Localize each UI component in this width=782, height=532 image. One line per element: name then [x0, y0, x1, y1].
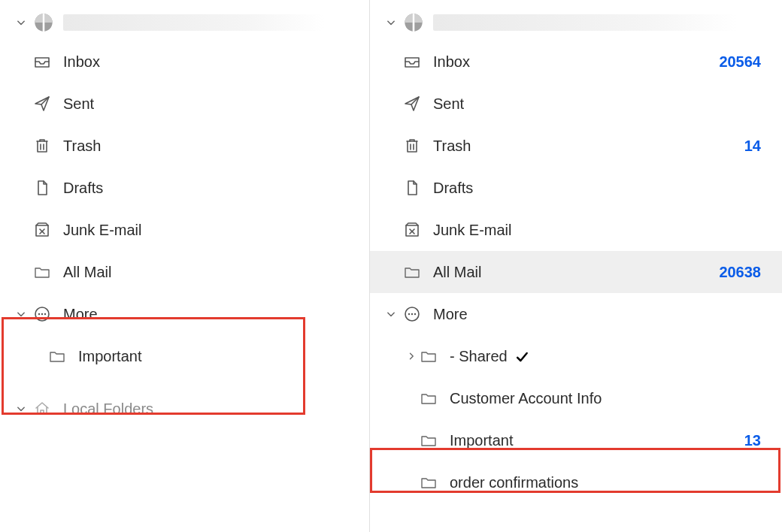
local-folders-header[interactable]: Local Folders — [0, 391, 369, 427]
folder-label: Trash — [433, 138, 744, 155]
folder-icon — [403, 263, 433, 281]
folder-shared[interactable]: - Shared — [370, 335, 782, 377]
folder-count: 14 — [744, 138, 782, 155]
folder-icon — [420, 431, 450, 449]
folder-order-confirmations[interactable]: order confirmations — [370, 461, 782, 503]
file-icon — [403, 179, 433, 197]
folder-label: Sent — [63, 95, 369, 113]
account-header[interactable] — [0, 5, 369, 41]
folder-label: - Shared — [450, 348, 782, 365]
folder-label: All Mail — [433, 264, 719, 281]
sent-icon — [403, 95, 433, 113]
folder-count: 20564 — [719, 53, 782, 71]
folder-icon — [33, 263, 63, 281]
check-icon — [514, 349, 529, 364]
trash-icon — [33, 137, 63, 155]
file-icon — [33, 179, 63, 197]
junk-icon — [403, 221, 433, 239]
folder-label: Customer Account Info — [450, 390, 782, 407]
chevron-right-icon[interactable] — [403, 349, 420, 363]
folder-allmail[interactable]: All Mail — [0, 251, 369, 293]
folder-label: Drafts — [63, 180, 369, 197]
folder-label: Inbox — [63, 53, 369, 71]
more-icon — [33, 305, 63, 323]
thunderbird-logo-icon — [33, 12, 63, 33]
folder-customer-account-info[interactable]: Customer Account Info — [370, 377, 782, 419]
chevron-down-icon[interactable] — [379, 15, 403, 30]
folder-icon — [420, 389, 450, 407]
folder-sent[interactable]: Sent — [0, 83, 369, 125]
folder-allmail[interactable]: All Mail 20638 — [370, 251, 782, 293]
chevron-down-icon[interactable] — [9, 15, 33, 30]
folder-label: All Mail — [63, 264, 369, 281]
folder-label: Drafts — [433, 180, 782, 197]
sent-icon — [33, 95, 63, 113]
trash-icon — [403, 137, 433, 155]
inbox-icon — [33, 53, 63, 71]
folder-icon — [420, 347, 450, 365]
folder-label: order confirmations — [450, 474, 782, 491]
more-icon — [403, 305, 433, 323]
chevron-down-icon[interactable] — [9, 307, 33, 322]
chevron-down-icon[interactable] — [379, 307, 403, 322]
folder-label: Important — [78, 348, 369, 365]
folder-important[interactable]: Important — [0, 335, 369, 377]
folder-label: Sent — [433, 95, 782, 113]
folder-drafts[interactable]: Drafts — [370, 167, 782, 209]
folder-label: Trash — [63, 138, 369, 155]
folder-tree-right: Inbox 20564 Sent Trash 14 Drafts Junk E-… — [370, 0, 782, 532]
folder-label: Important — [450, 432, 744, 449]
folder-more[interactable]: More — [0, 293, 369, 335]
inbox-icon — [403, 53, 433, 71]
account-name-redacted — [63, 14, 324, 31]
folder-junk[interactable]: Junk E-mail — [370, 209, 782, 251]
folder-icon — [48, 347, 78, 365]
thunderbird-logo-icon — [403, 12, 433, 33]
junk-icon — [33, 221, 63, 239]
folder-important[interactable]: Important 13 — [370, 419, 782, 461]
account-header[interactable] — [370, 5, 782, 41]
account-name-redacted — [433, 14, 737, 31]
folder-inbox[interactable]: Inbox — [0, 41, 369, 83]
folder-label: Inbox — [433, 53, 719, 71]
folder-label: Junk E-mail — [433, 222, 782, 239]
folder-count: 20638 — [719, 264, 782, 281]
folder-label: Local Folders — [63, 401, 369, 418]
folder-trash[interactable]: Trash 14 — [370, 125, 782, 167]
home-icon — [33, 400, 63, 418]
folder-inbox[interactable]: Inbox 20564 — [370, 41, 782, 83]
folder-label: More — [433, 306, 782, 323]
folder-tree-left: Inbox Sent Trash Drafts Junk E-mail All … — [0, 0, 370, 532]
folder-sent[interactable]: Sent — [370, 83, 782, 125]
folder-label: More — [63, 306, 369, 323]
folder-drafts[interactable]: Drafts — [0, 167, 369, 209]
folder-trash[interactable]: Trash — [0, 125, 369, 167]
folder-icon — [420, 473, 450, 491]
chevron-down-icon[interactable] — [9, 401, 33, 416]
folder-label: Junk E-mail — [63, 222, 369, 239]
folder-more[interactable]: More — [370, 293, 782, 335]
folder-count: 13 — [744, 432, 782, 449]
folder-junk[interactable]: Junk E-mail — [0, 209, 369, 251]
